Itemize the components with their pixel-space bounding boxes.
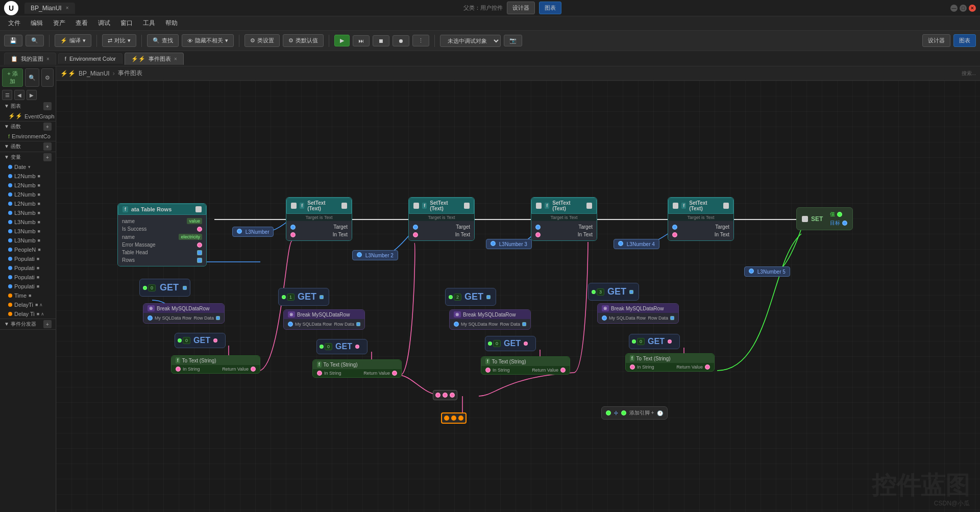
totext-node-3[interactable]: f To Text (String) In String Return Valu… <box>481 356 570 375</box>
settext-node-1[interactable]: ▶ f SetText (Text) Target is Text Target <box>286 197 352 241</box>
nav-back-btn[interactable]: ◀ <box>14 90 24 100</box>
sidebar-event-header[interactable]: ▼ 事件分发器 + <box>0 319 56 329</box>
l3number-2[interactable]: L3Number 2 <box>352 250 398 260</box>
totext-node-2[interactable]: f To Text (String) In String Return Valu… <box>312 359 402 378</box>
break-node-2[interactable]: ⊗ Break MySQLDataRow My SQLData Row Row <box>283 309 365 330</box>
get-node-4[interactable]: 3 GET <box>588 283 639 301</box>
sidebar-item-date[interactable]: Date ▾ <box>0 162 56 172</box>
blueprint-canvas[interactable]: f ata Table Rows ▶ name value Is Success <box>56 81 980 512</box>
sidebar-search-btn[interactable]: 🔍 <box>25 68 39 87</box>
sidebar-graph-header[interactable]: ▼ 图表 + <box>0 101 56 111</box>
data-table-rows-node[interactable]: f ata Table Rows ▶ name value Is Success <box>117 203 207 266</box>
sidebar-item-delaytime2[interactable]: Delay Ti ■ ∧ <box>0 309 56 319</box>
debug-select[interactable]: 未选中调试对象 <box>440 35 501 47</box>
sidebar-item-populati3[interactable]: Populati ■ <box>0 273 56 282</box>
sidebar-item-environmentco[interactable]: f EnvironmentCo <box>0 132 56 141</box>
sidebar-macro-header[interactable]: ▼ 函数 + <box>0 141 56 152</box>
menu-debug[interactable]: 调试 <box>94 18 114 29</box>
tab-event-graph[interactable]: ⚡⚡ 事件图表 × <box>125 53 184 65</box>
l3number-5[interactable]: L3Number 5 <box>744 266 790 277</box>
sidebar-graph-add[interactable]: + <box>43 102 52 110</box>
sidebar-event-add[interactable]: + <box>43 320 52 328</box>
sidebar-item-time[interactable]: Time ■ <box>0 291 56 300</box>
l3number-4[interactable]: L3Number 4 <box>614 239 659 249</box>
tab-environment[interactable]: f Environment Color <box>58 53 122 64</box>
settext-node-4[interactable]: f SetText (Text) Target is Text Target I… <box>668 197 734 241</box>
compile-dropdown[interactable]: ▾ <box>83 37 86 44</box>
get-node-2[interactable]: 1 GET <box>278 288 329 306</box>
sidebar-item-l2numb3[interactable]: L2Numb ■ <box>0 190 56 199</box>
break-node-4[interactable]: ⊗ Break MySQLDataRow My SQLData Row Row <box>597 303 679 324</box>
get-node-3[interactable]: 2 GET <box>445 288 496 306</box>
save-btn[interactable]: 💾 <box>4 35 22 46</box>
sidebar-item-peoplen[interactable]: PeopleN ■ <box>0 245 56 254</box>
sidebar-macro-add[interactable]: + <box>43 142 52 151</box>
title-tab[interactable]: BP_MianUI × <box>24 3 75 14</box>
menu-file[interactable]: 文件 <box>4 18 24 29</box>
l3number-1[interactable]: L3Number <box>232 227 274 237</box>
search-btn[interactable]: 🔍 查找 <box>147 34 179 47</box>
tab-mybluprint[interactable]: 📋 我的蓝图 × <box>4 53 56 65</box>
compare-btn[interactable]: ⇄ 对比 ▾ <box>102 34 136 47</box>
sidebar-item-l3numb4[interactable]: L3Numb ■ <box>0 236 56 245</box>
sidebar-item-populati2[interactable]: Populati ■ <box>0 263 56 273</box>
tab-eventgraph-close[interactable]: × <box>174 56 177 62</box>
sidebar-func-add[interactable]: + <box>43 123 52 131</box>
designer-view-btn[interactable]: 设计器 <box>922 34 950 47</box>
sidebar-settings-btn[interactable]: ⚙ <box>41 68 54 87</box>
break-node-3[interactable]: ⊗ Break MySQLDataRow My SQLData Row Row <box>449 309 531 330</box>
sidebar-func-header[interactable]: ▼ 函数 + <box>0 121 56 132</box>
settext-node-3[interactable]: f SetText (Text) Target is Text Target I… <box>531 197 597 241</box>
sidebar-var-add[interactable]: + <box>43 153 52 161</box>
sidebar-item-delaytime1[interactable]: DelayTi ■ ∧ <box>0 300 56 309</box>
sidebar-item-l3numb2[interactable]: L3Numb ■ <box>0 217 56 227</box>
type-default-btn[interactable]: ⚙ 类默认值 <box>283 34 324 47</box>
menu-tools[interactable]: 工具 <box>139 18 159 29</box>
menu-view[interactable]: 查看 <box>71 18 92 29</box>
title-tab-close[interactable]: × <box>66 5 69 11</box>
graph-view-btn[interactable]: 图表 <box>539 2 561 14</box>
hide-dropdown[interactable]: ▾ <box>225 37 228 44</box>
minimize-btn[interactable]: — <box>950 5 958 12</box>
totext-node-1[interactable]: f To Text (String) In String Return Valu… <box>171 355 260 374</box>
sidebar-var-header[interactable]: ▼ 变量 + <box>0 152 56 162</box>
get-node-1b[interactable]: 0 GET <box>175 333 226 348</box>
compare-dropdown[interactable]: ▾ <box>128 37 131 44</box>
sidebar-item-l2numb1[interactable]: L2Numb ■ <box>0 172 56 181</box>
sidebar-item-l2numb2[interactable]: L2Numb ■ <box>0 181 56 190</box>
sidebar-item-eventgraph[interactable]: ⚡⚡ EventGraph <box>0 111 56 121</box>
get-node-3b[interactable]: 0 GET <box>485 336 536 351</box>
camera-btn[interactable]: 📷 <box>504 35 522 46</box>
step-btn[interactable]: ⏭ <box>353 35 370 46</box>
browse-btn[interactable]: 🔍 <box>26 35 44 46</box>
tab-mybluprint-close[interactable]: × <box>46 56 50 62</box>
totext-node-4[interactable]: f To Text (String) In String Return Valu… <box>625 353 715 372</box>
break-node-1[interactable]: ⊗ Break MySQLDataRow My SQLData Row Row <box>143 303 225 324</box>
sidebar-item-l3numb3[interactable]: L3Numb ■ <box>0 227 56 236</box>
sidebar-item-l2numb4[interactable]: L2Numb ■ <box>0 199 56 208</box>
sidebar-item-populati4[interactable]: Populati ■ <box>0 282 56 291</box>
settext-node-2[interactable]: f SetText (Text) Target is Text Target I… <box>408 197 475 241</box>
sidebar-item-populati1[interactable]: Populati ■ <box>0 254 56 263</box>
graph-tab-btn[interactable]: 图表 <box>953 34 976 47</box>
nav-forward-btn[interactable]: ▶ <box>27 90 37 100</box>
add-pin-node[interactable]: ÷ 添加引脚 + 🕐 <box>601 406 668 420</box>
menu-help[interactable]: 帮助 <box>161 18 182 29</box>
nav-list-btn[interactable]: ☰ <box>2 90 12 100</box>
play-btn[interactable]: ▶ <box>334 35 350 46</box>
add-btn[interactable]: + 添加 <box>2 68 23 87</box>
reroute-bottom[interactable] <box>441 412 467 424</box>
menu-asset[interactable]: 资产 <box>49 18 69 29</box>
get-node-1[interactable]: 0 GET <box>139 279 190 297</box>
type-settings-btn[interactable]: ⚙ 类设置 <box>244 34 280 47</box>
reroute-top[interactable] <box>433 390 457 400</box>
sidebar-item-l3numb1[interactable]: L3Numb ■ <box>0 208 56 217</box>
get-node-2b[interactable]: 0 GET <box>316 339 368 354</box>
menu-edit[interactable]: 编辑 <box>27 18 47 29</box>
close-btn[interactable]: ✕ <box>969 5 976 12</box>
maximize-btn[interactable]: □ <box>960 5 967 12</box>
design-view-btn[interactable]: 设计器 <box>507 2 535 14</box>
hide-unrelated-btn[interactable]: 👁 隐藏不相关 ▾ <box>182 34 234 47</box>
more-btn[interactable]: ⋮ <box>412 35 429 46</box>
menu-window[interactable]: 窗口 <box>116 18 137 29</box>
